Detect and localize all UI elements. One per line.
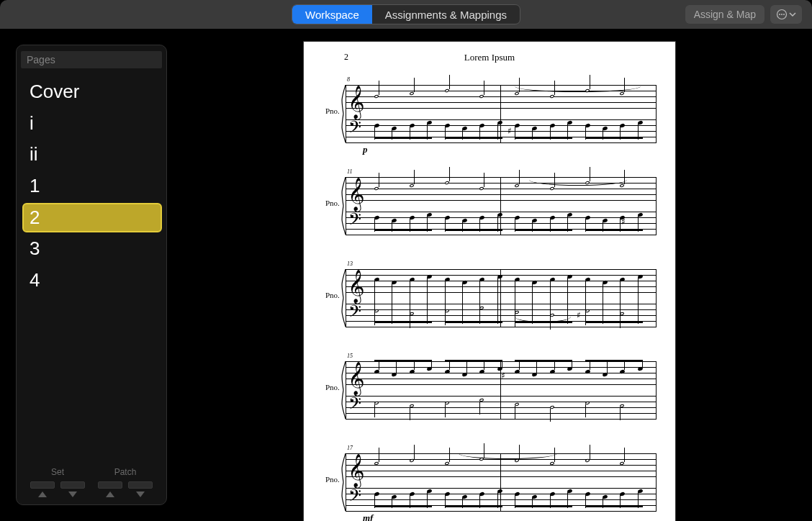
bar-number: 8: [347, 76, 350, 83]
instrument-label: Pno.: [325, 291, 340, 299]
instrument-label: Pno.: [325, 383, 340, 391]
score-system: Pno. 15 𝄞 𝄢 ♯: [325, 355, 657, 425]
chevron-down-icon: [789, 11, 796, 18]
instrument-label: Pno.: [325, 107, 340, 115]
page-item-4[interactable]: 4: [22, 266, 162, 296]
patch-stepper-label: Patch: [114, 467, 137, 477]
page-item-cover[interactable]: Cover: [22, 77, 162, 107]
page-item-i[interactable]: i: [22, 109, 162, 139]
set-up-button[interactable]: [30, 481, 55, 497]
pages-list: Cover i ii 1 2 3 4: [21, 77, 162, 296]
page-item-2[interactable]: 2: [22, 203, 162, 233]
score-page: 2 Lorem Ipsum Pno. 8 p 𝄞 𝄢 ♯ Pno. 1: [304, 42, 675, 521]
set-stepper-group: Set: [30, 467, 85, 497]
page-item-ii[interactable]: ii: [22, 140, 162, 170]
patch-stepper-group: Patch: [98, 467, 153, 497]
sidebar-footer-controls: Set Patch: [21, 467, 162, 497]
score-system: Pno. 11 𝄞 𝄢 ♯: [325, 171, 657, 240]
bar-number: 11: [347, 168, 352, 175]
score-system: Pno. 8 p 𝄞 𝄢 ♯: [325, 79, 657, 148]
svg-point-1: [779, 14, 780, 15]
bar-number: 15: [347, 353, 353, 359]
more-icon: [776, 9, 788, 20]
score-system: Pno. 17 mf 𝄞 𝄢: [325, 448, 657, 517]
set-stepper-label: Set: [51, 467, 64, 477]
pages-header: Pages: [21, 51, 162, 68]
more-options-button[interactable]: [770, 5, 802, 24]
view-segmented-control: Workspace Assignments & Mappings: [292, 4, 520, 24]
instrument-label: Pno.: [325, 199, 340, 207]
page-item-3[interactable]: 3: [22, 234, 162, 264]
svg-point-2: [781, 14, 782, 15]
grand-staff: 𝄞 𝄢 ♯: [346, 177, 657, 235]
svg-point-3: [783, 14, 785, 15]
bar-number: 13: [347, 260, 353, 267]
score-title: Lorem Ipsum: [304, 42, 675, 63]
content-area: Pages Cover i ii 1 2 3 4 Set Patch: [0, 29, 812, 521]
toolbar-right-controls: Assign & Map: [685, 5, 802, 24]
patch-up-button[interactable]: [98, 481, 122, 497]
dynamic-marking: mf: [363, 512, 373, 521]
score-system: Pno. 13 𝄞 𝄢 ♯: [325, 263, 657, 332]
dynamic-marking: p: [363, 144, 368, 155]
pages-sidebar: Pages Cover i ii 1 2 3 4 Set Patch: [16, 45, 167, 505]
bar-number: 17: [347, 445, 353, 451]
grand-staff: 𝄞 𝄢: [346, 453, 657, 511]
toolbar: Workspace Assignments & Mappings Assign …: [0, 0, 812, 29]
page-item-1[interactable]: 1: [22, 171, 162, 201]
tab-assignments-mappings[interactable]: Assignments & Mappings: [372, 5, 520, 24]
set-down-button[interactable]: [60, 481, 85, 497]
instrument-label: Pno.: [325, 475, 340, 484]
score-systems: Pno. 8 p 𝄞 𝄢 ♯ Pno. 11: [325, 79, 657, 517]
grand-staff: 𝄞 𝄢 ♯: [346, 85, 657, 142]
grand-staff: 𝄞 𝄢 ♯: [346, 269, 657, 327]
page-viewer[interactable]: 2 Lorem Ipsum Pno. 8 p 𝄞 𝄢 ♯ Pno. 1: [167, 29, 812, 521]
assign-and-map-button[interactable]: Assign & Map: [685, 5, 764, 24]
patch-down-button[interactable]: [128, 481, 153, 497]
grand-staff: 𝄞 𝄢 ♯: [346, 361, 657, 419]
bass-staff: [346, 396, 657, 419]
tab-workspace[interactable]: Workspace: [292, 5, 372, 24]
score-page-number: 2: [344, 52, 348, 63]
